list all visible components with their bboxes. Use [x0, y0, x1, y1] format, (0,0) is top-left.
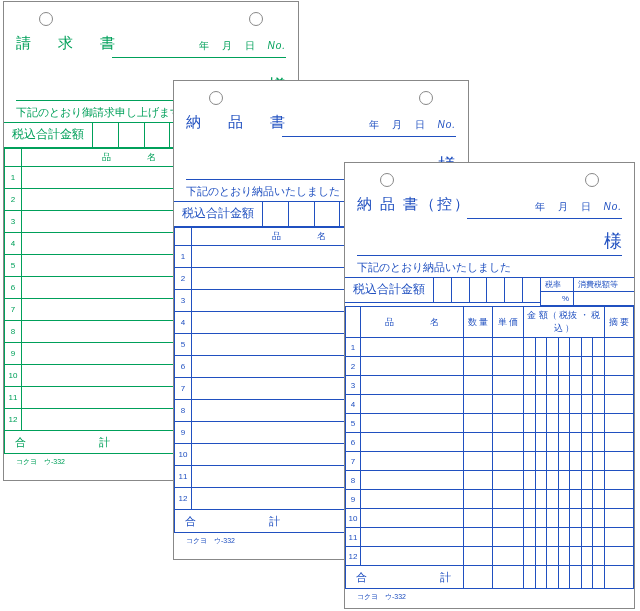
row-number: 1	[175, 246, 192, 268]
table-cell	[361, 528, 464, 547]
date-labels: 年 月 日 No.	[527, 200, 622, 214]
delivery-copy-slip: 納 品 書（控） 年 月 日 No. 様 下記のとおり納品いたしました 税込合計…	[344, 162, 635, 609]
row-number: 11	[346, 528, 361, 547]
row-number: 12	[5, 409, 22, 431]
row-number: 5	[5, 255, 22, 277]
table-cell	[361, 338, 464, 357]
table-cell	[361, 490, 464, 509]
row-number: 7	[175, 378, 192, 400]
no-label: No.	[437, 119, 456, 130]
slip-title: 納 品 書	[186, 113, 291, 132]
row-number: 3	[5, 211, 22, 233]
row-number: 9	[346, 490, 361, 509]
row-number: 2	[175, 268, 192, 290]
no-label: No.	[603, 201, 622, 212]
brand-label: コクヨ ウ-332	[345, 589, 634, 602]
table-cell	[464, 338, 493, 357]
table-cell	[361, 471, 464, 490]
row-number: 3	[175, 290, 192, 312]
table-cell	[605, 357, 634, 376]
table-cell	[361, 547, 464, 566]
punch-hole	[39, 12, 53, 26]
table-cell	[493, 338, 524, 357]
col-qty: 数 量	[464, 307, 493, 338]
subtitle: 下記のとおり納品いたしました	[345, 256, 634, 277]
table-cell	[464, 433, 493, 452]
items-table: 品 名 数 量 単 価 金 額（ 税抜 ・ 税込 ） 摘 要 123456789…	[345, 306, 634, 589]
table-cell	[524, 357, 605, 376]
punch-hole	[380, 173, 394, 187]
total-amount-label: 税込合計金額	[4, 123, 93, 147]
table-cell	[605, 433, 634, 452]
tax-rate-box: 税率 %	[540, 277, 573, 306]
table-cell	[361, 357, 464, 376]
amount-cells	[434, 278, 540, 302]
table-cell	[524, 509, 605, 528]
col-unit: 単 価	[493, 307, 524, 338]
table-cell	[361, 414, 464, 433]
table-cell	[605, 509, 634, 528]
table-cell	[464, 357, 493, 376]
row-number: 4	[175, 312, 192, 334]
punch-holes	[4, 2, 298, 26]
table-cell	[524, 395, 605, 414]
table-cell	[493, 433, 524, 452]
no-label: No.	[267, 40, 286, 51]
table-cell	[493, 547, 524, 566]
row-number: 11	[175, 466, 192, 488]
table-cell	[464, 528, 493, 547]
table-cell	[524, 490, 605, 509]
tax-amount-box: 消費税額等	[573, 277, 634, 306]
table-cell	[605, 452, 634, 471]
row-number: 9	[5, 343, 22, 365]
punch-holes	[174, 81, 468, 105]
table-cell	[605, 547, 634, 566]
total-amount-label: 税込合計金額	[174, 202, 263, 226]
table-cell	[524, 433, 605, 452]
table-cell	[361, 509, 464, 528]
row-number: 8	[5, 321, 22, 343]
recipient-line: 様	[357, 219, 622, 256]
table-cell	[605, 471, 634, 490]
table-cell	[464, 414, 493, 433]
table-cell	[361, 433, 464, 452]
table-cell	[361, 376, 464, 395]
row-number: 11	[5, 387, 22, 409]
punch-hole	[419, 91, 433, 105]
table-cell	[493, 414, 524, 433]
table-cell	[605, 528, 634, 547]
table-cell	[524, 471, 605, 490]
date-labels: 年 月 日 No.	[191, 39, 286, 53]
row-number: 10	[5, 365, 22, 387]
table-cell	[524, 452, 605, 471]
row-number: 7	[5, 299, 22, 321]
row-number: 9	[175, 422, 192, 444]
col-item: 品 名	[361, 307, 464, 338]
table-cell	[464, 452, 493, 471]
row-number: 12	[175, 488, 192, 510]
table-cell	[493, 376, 524, 395]
col-remarks: 摘 要	[605, 307, 634, 338]
table-cell	[464, 471, 493, 490]
date-labels: 年 月 日 No.	[361, 118, 456, 132]
row-number: 4	[5, 233, 22, 255]
row-number: 6	[5, 277, 22, 299]
row-number: 2	[346, 357, 361, 376]
table-cell	[493, 509, 524, 528]
row-number: 3	[346, 376, 361, 395]
row-number: 5	[175, 334, 192, 356]
row-number: 2	[5, 189, 22, 211]
col-amount: 金 額（ 税抜 ・ 税込 ）	[524, 307, 605, 338]
table-cell	[524, 376, 605, 395]
row-number: 8	[175, 400, 192, 422]
table-cell	[524, 547, 605, 566]
table-cell	[493, 528, 524, 547]
table-cell	[493, 395, 524, 414]
table-cell	[524, 414, 605, 433]
row-number: 1	[5, 167, 22, 189]
table-cell	[524, 338, 605, 357]
row-number: 5	[346, 414, 361, 433]
table-cell	[605, 376, 634, 395]
table-cell	[464, 490, 493, 509]
table-cell	[493, 490, 524, 509]
